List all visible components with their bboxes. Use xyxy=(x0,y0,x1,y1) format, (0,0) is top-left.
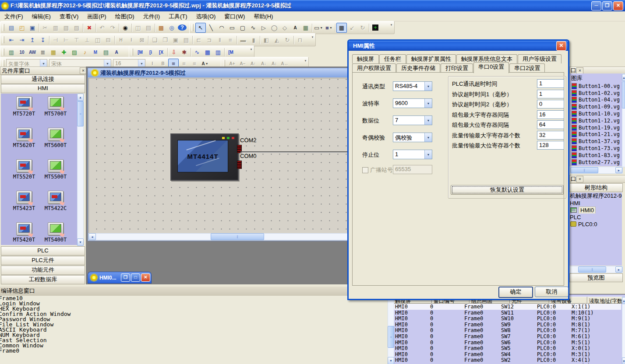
timing-field-input[interactable]: 64 xyxy=(537,120,564,129)
table-scroll-thumb[interactable]: ≡ xyxy=(388,326,394,348)
table-row[interactable]: HMI00Frame0SW6PLC0:0M:5(1) xyxy=(393,340,621,346)
macro-window-icon[interactable]: [M xyxy=(226,47,236,57)
broadcast-input[interactable]: 65535 xyxy=(393,165,432,174)
sound-library-icon[interactable]: ♪ xyxy=(80,47,90,57)
device-item[interactable]: MT5500T xyxy=(40,159,71,180)
table-row[interactable]: HMI00Frame0SW4PLC0:0M:3(1) xyxy=(393,351,621,357)
gallery-item[interactable]: Button1-09.vg xyxy=(569,103,622,110)
toolbar-overflow-icon[interactable]: ▾ xyxy=(311,35,314,39)
gallery-item[interactable]: Button1-02.vg xyxy=(569,90,622,97)
device-item[interactable]: MT5520T xyxy=(9,159,39,180)
tree-structure-section-button[interactable]: 树形结构 xyxy=(569,183,623,192)
table-right-scrollbar[interactable] xyxy=(622,297,625,364)
device-item[interactable]: MT5600T xyxy=(40,128,71,148)
macro-file-icon[interactable]: ▤ xyxy=(101,47,111,57)
toolbar-grip[interactable] xyxy=(2,36,4,43)
gallery-item[interactable]: Button1-04.vg xyxy=(569,97,622,104)
minimized-close-icon[interactable]: ✕ xyxy=(141,273,150,282)
chevron-down-icon[interactable]: ▼ xyxy=(424,133,432,142)
compile-line[interactable]: Frame0 xyxy=(0,348,388,354)
draw-line-icon[interactable]: ╲ xyxy=(206,23,216,33)
table-row[interactable]: HMI00Frame0SW5PLC0:0X:0(1) xyxy=(393,345,621,351)
compile-line[interactable]: Frame10 xyxy=(0,296,388,301)
draw-text-icon[interactable]: A xyxy=(290,23,300,33)
table-scroll-down-icon[interactable]: ▼ xyxy=(388,357,394,364)
ok-button[interactable]: 确定 xyxy=(498,287,533,298)
menu-item-0[interactable]: 文件(F) xyxy=(0,12,28,21)
gallery-item[interactable]: Button1-12.vg xyxy=(569,117,622,124)
table-row[interactable]: HMI00Frame0SW7PLC0:0M:6(1) xyxy=(393,333,621,340)
gallery-item[interactable]: Button1-73.vg xyxy=(569,145,622,152)
timing-field-input[interactable]: 32 xyxy=(537,131,564,140)
chevron-down-icon[interactable]: ▼ xyxy=(424,116,432,125)
compile-line[interactable]: ASCII Keyboard xyxy=(0,327,388,332)
menu-item-5[interactable]: 元件(I) xyxy=(139,12,164,21)
preview-section-button[interactable]: 预览图 xyxy=(569,273,623,282)
position-size-icon[interactable]: + xyxy=(370,23,381,33)
table-right-scroll-down-icon[interactable]: ▼ xyxy=(622,357,625,364)
table-row[interactable]: HMI00Frame0SW12PLC0:0X:1(1) xyxy=(393,304,621,310)
library-section-function-components[interactable]: 功能元件 xyxy=(1,266,85,275)
tab-用户权限设置[interactable]: 用户权限设置 xyxy=(352,63,396,73)
draw-arc-icon[interactable]: ◠ xyxy=(216,23,227,33)
window-info-icon[interactable]: [i xyxy=(145,47,156,57)
library-section-plc[interactable]: PLC xyxy=(1,246,85,256)
open-window-icon[interactable]: [M xyxy=(135,47,145,57)
dialog-close-icon[interactable]: ✕ xyxy=(556,41,566,51)
add-component-icon[interactable]: ✚ xyxy=(59,47,69,57)
device-scroll-thumb[interactable]: ≡ xyxy=(77,101,84,126)
tab-串口0设置[interactable]: 串口0设置 xyxy=(473,62,509,73)
toolbar-grip[interactable] xyxy=(2,60,4,67)
table-row[interactable]: HMI00Frame0SW8PLC0:0M:7(1) xyxy=(393,327,621,333)
device-item[interactable]: MT5720T xyxy=(9,96,39,117)
nudge-up-icon[interactable]: ↥ xyxy=(27,35,38,45)
device-item[interactable]: MT5700T xyxy=(40,96,71,117)
address-tag-icon[interactable]: ▩ xyxy=(156,23,166,33)
compile-line[interactable]: Password Window xyxy=(0,317,388,322)
gallery-scroll-up-icon[interactable]: ▲ xyxy=(622,74,625,81)
broadcast-checkbox[interactable] xyxy=(362,167,368,173)
device-item[interactable]: MT5400T xyxy=(40,222,71,243)
timing-field-input[interactable]: 0 xyxy=(537,100,564,108)
timing-field-input[interactable]: 1 xyxy=(537,90,564,98)
xy-chart-icon[interactable]: ▦ xyxy=(202,47,213,57)
combo-波特率[interactable]: 9600▼ xyxy=(393,98,432,108)
menu-item-4[interactable]: 绘图(D) xyxy=(111,12,139,21)
compile-line[interactable]: Login Window xyxy=(0,301,388,306)
dialog-titlebar[interactable]: HMI属性 ✕ xyxy=(349,41,568,51)
open-project-icon[interactable]: ◰ xyxy=(17,23,27,33)
device-item[interactable]: MT5423T xyxy=(9,191,39,211)
toolbar-overflow-icon[interactable]: ▾ xyxy=(389,23,393,27)
device-scroll-up-icon[interactable]: ▲ xyxy=(77,94,84,101)
tree-node-hmi0[interactable]: HMI0 xyxy=(569,206,622,214)
tab-用户等级设置[interactable]: 用户等级设置 xyxy=(518,54,561,63)
tree-h-scroll-thumb[interactable]: ∥ xyxy=(578,266,606,273)
minimize-button[interactable]: ─ xyxy=(591,1,601,10)
toolbar-grip[interactable] xyxy=(131,49,133,56)
library-section-project-database[interactable]: 工程数据库 xyxy=(1,275,85,284)
table-row[interactable]: HMI00Frame0SW9PLC0:0M:8(1) xyxy=(393,322,621,328)
timing-field-input[interactable]: 1 xyxy=(537,79,564,88)
insert-image-icon[interactable]: ▦ xyxy=(300,23,311,33)
select-tool-icon[interactable]: ↖ xyxy=(195,23,206,33)
download-icon[interactable]: ⇩ xyxy=(169,47,179,57)
canvas-scroll-left-icon[interactable]: ◄ xyxy=(88,233,96,240)
compile-line[interactable]: NUM Keyboard xyxy=(0,332,388,338)
draw-rect-icon[interactable]: ▭ xyxy=(227,23,237,33)
table-row[interactable]: HMI00Frame0SW10PLC0:0M:9(1) xyxy=(393,315,621,322)
menu-item-9[interactable]: 帮助(H) xyxy=(249,12,277,21)
draw-polygon-icon[interactable]: ▷ xyxy=(258,23,269,33)
restore-defaults-button[interactable]: 恢复默认设置 xyxy=(451,185,564,195)
chevron-down-icon[interactable]: ▼ xyxy=(424,82,432,91)
help-icon[interactable]: ? xyxy=(177,23,187,33)
gallery-root-node[interactable]: 图库 xyxy=(569,74,622,83)
gallery-scroll-right-icon[interactable]: ► xyxy=(615,167,622,173)
toolbar-grip[interactable] xyxy=(191,24,194,31)
table-header-cell[interactable]: 读取地址(字数) xyxy=(587,297,625,304)
menu-item-8[interactable]: 窗口(W) xyxy=(220,12,249,21)
menu-item-1[interactable]: 编辑(E) xyxy=(28,12,55,21)
close-window-icon[interactable]: [X xyxy=(156,47,166,57)
device-scroll-down-icon[interactable]: ▼ xyxy=(77,238,84,246)
menu-item-7[interactable]: 选项(O) xyxy=(192,12,220,21)
tab-任务栏[interactable]: 任务栏 xyxy=(379,54,406,63)
